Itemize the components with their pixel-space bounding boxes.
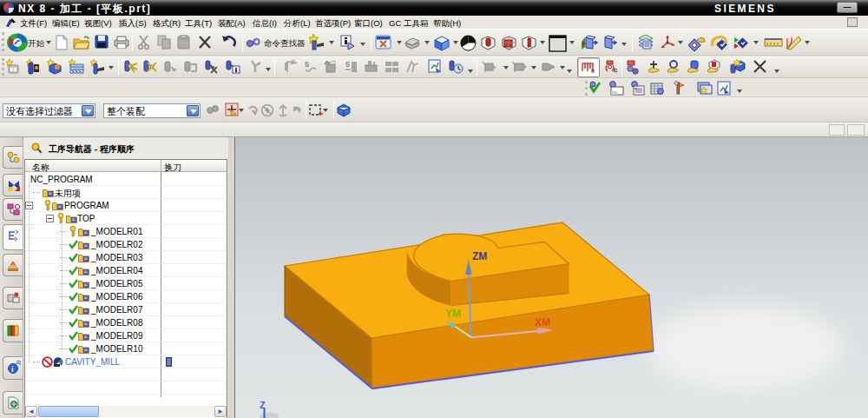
svg-text:5: 5 xyxy=(345,60,350,69)
svg-text:Z: Z xyxy=(260,400,266,410)
svg-text:YM: YM xyxy=(445,308,461,320)
svg-text:i: i xyxy=(11,365,14,374)
svg-text:ZM: ZM xyxy=(472,250,487,262)
svg-text:XM: XM xyxy=(535,316,550,328)
svg-text:5: 5 xyxy=(305,60,309,69)
